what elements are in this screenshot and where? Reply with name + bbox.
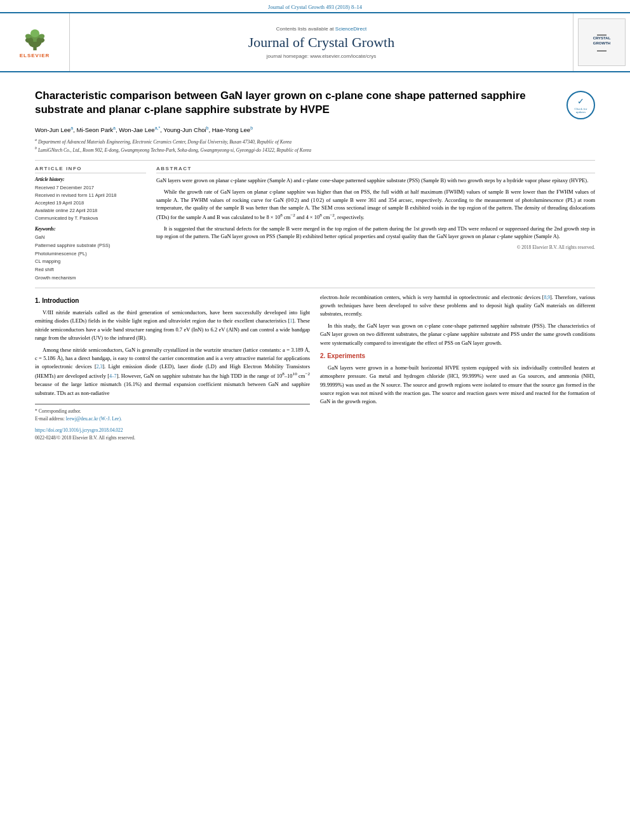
author-3: Won-Jae Leea,* [119,126,160,133]
author-2: Mi-Seon Parka [77,126,116,133]
footnote-section: * Corresponding author. E-mail address: … [35,404,310,442]
received-revised-date: Received in revised form 11 April 2018 [35,192,146,199]
paper-title-section: Characteristic comparison between GaN la… [35,89,595,119]
abstract-column: ABSTRACT GaN layers were grown on planar… [156,166,595,283]
keyword-growth: Growth mechanism [35,274,146,283]
journal-top-bar: Journal of Crystal Growth 493 (2018) 8–1… [0,0,630,12]
publisher-logo-area: ELSEVIER [0,13,70,71]
body-right-col: electron–hole recombination centers, whi… [320,293,595,442]
abstract-para-2: While the growth rate of GaN layers on p… [156,188,595,222]
intro-para-pss: In this study, the GaN layer was grown o… [320,322,595,347]
paper-title: Characteristic comparison between GaN la… [35,89,566,117]
email-footnote: E-mail address: leewj@deu.ac.kr (W.-J. L… [35,415,310,423]
journal-volume-label: Journal of Crystal Growth 493 (2018) 8–1… [268,4,362,10]
copyright-line: © 2018 Elsevier B.V. All rights reserved… [156,244,595,250]
crystal-growth-badge-area: ▬▬▬ CRYSTAL GROWTH ▬▬▬ [573,13,630,71]
body-left-col: 1. Introduction V/III nitride materials … [35,293,310,442]
communicated-by: Communicated by T. Paskova [35,215,146,222]
doi-link[interactable]: https://doi.org/10.1016/j.jcrysgro.2018.… [35,427,123,433]
keyword-pss: Patterned sapphire substrate (PSS) [35,242,146,250]
article-info-abstract: ARTICLE INFO Article history: Received 7… [35,166,595,283]
sciencedirect-link[interactable]: ScienceDirect [335,26,366,32]
experiments-para-1: GaN layers were grown in a home-built ho… [320,364,595,406]
main-content: Characteristic comparison between GaN la… [0,72,630,448]
check-for-updates-badge: ✓ Check for updates [566,91,595,119]
journal-title: Journal of Crystal Growth [248,34,394,51]
elsevier-tree-icon [16,26,54,51]
affiliation-section: a Department of Advanced Materials Engin… [35,137,595,154]
crystal-growth-badge: ▬▬▬ CRYSTAL GROWTH ▬▬▬ [578,18,626,66]
article-info-header: ARTICLE INFO [35,166,146,173]
section1-title: 1. Introduction [35,296,310,306]
journal-homepage: journal homepage: www.elsevier.com/locat… [267,53,377,59]
author-5: Hae-Yong Leeb [212,126,253,133]
author-4: Young-Jun Choib [163,126,208,133]
abstract-para-3: It is suggested that the structural defe… [156,225,595,241]
elsevier-wordmark: ELSEVIER [20,53,50,58]
abstract-header: ABSTRACT [156,166,595,173]
received-date: Received 7 December 2017 [35,184,146,192]
page: Journal of Crystal Growth 493 (2018) 8–1… [0,0,630,840]
accepted-date: Accepted 19 April 2018 [35,199,146,207]
intro-para-1: V/III nitride materials called as the th… [35,309,310,342]
available-online-date: Available online 22 April 2018 [35,207,146,215]
authors-section: Won-Jun Leea, Mi-Seon Parka, Won-Jae Lee… [35,126,595,133]
affiliation-b: b LumiGNtech Co., Ltd., Room 902, E-dong… [35,145,595,154]
email-link[interactable]: leewj@deu.ac.kr (W.-J. Lee). [66,416,122,422]
author-1: Won-Jun Leea [35,126,73,133]
abstract-text: GaN layers were grown on planar c-plane … [156,177,595,241]
intro-para-cont: electron–hole recombination centers, whi… [320,293,595,319]
affiliation-a: a Department of Advanced Materials Engin… [35,137,595,145]
keywords-label: Keywords: [35,226,146,232]
svg-point-3 [30,29,39,37]
keyword-pl: Photoluminescence (PL) [35,250,146,258]
corresponding-author-note: * Corresponding author. [35,408,310,415]
intro-para-2: Among these nitride semiconductors, GaN … [35,346,310,397]
article-history-label: Article history: [35,177,146,182]
svg-point-7 [39,34,44,38]
divider-after-affiliations [35,160,595,161]
issn-footnote: 0022-0248/© 2018 Elsevier B.V. All right… [35,434,310,442]
keyword-redshift: Red shift [35,266,146,274]
svg-point-6 [25,34,30,38]
article-info-column: ARTICLE INFO Article history: Received 7… [35,166,146,283]
sciencedirect-line: Contents lists available at ScienceDirec… [276,26,366,32]
journal-header: ELSEVIER Contents lists available at Sci… [0,12,630,72]
keyword-gan: GaN [35,234,146,242]
abstract-para-1: GaN layers were grown on planar c-plane … [156,177,595,185]
section2-title: 2. Experiments [320,351,595,361]
journal-title-area: Contents lists available at ScienceDirec… [70,13,573,71]
divider-body-start [35,288,595,288]
keyword-cl: CL mapping [35,258,146,266]
body-two-column: 1. Introduction V/III nitride materials … [35,293,595,442]
